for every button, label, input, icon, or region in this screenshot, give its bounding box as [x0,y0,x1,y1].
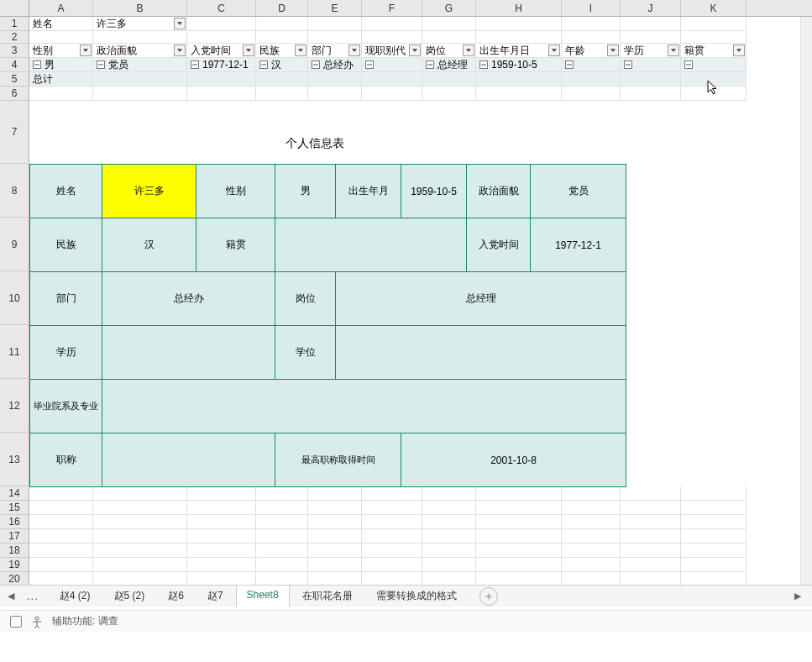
cell-E3[interactable]: 部门 [308,44,362,58]
row-header-19[interactable]: 19 [0,558,29,572]
cell-I19[interactable] [562,558,621,572]
cell-H7[interactable] [476,101,562,164]
row-header-7[interactable]: 7 [0,101,29,164]
cell-F7[interactable] [362,101,422,164]
filter-dropdown-4[interactable] [348,45,360,56]
cell-J13[interactable] [621,433,681,486]
tab-nav-prev[interactable]: ◀ [5,588,17,605]
cell-J6[interactable] [621,87,681,101]
cell-E2[interactable] [308,31,362,44]
cell-H17[interactable] [476,529,562,544]
cell-A3[interactable]: 性别 [29,44,93,58]
cell-K7[interactable] [681,101,747,164]
row-header-8[interactable]: 8 [0,164,29,218]
filter-dropdown-1[interactable] [174,45,186,56]
column-header-K[interactable]: K [681,0,747,16]
cell-C15[interactable] [187,501,256,515]
cell-C5[interactable] [187,72,256,87]
filter-dropdown-2[interactable] [243,45,254,56]
cell-H2[interactable] [476,31,562,44]
cell-B5[interactable] [93,72,187,87]
cell-D6[interactable] [256,87,308,101]
cell-F18[interactable] [362,544,422,558]
row-header-4[interactable]: 4 [0,58,29,72]
cell-E1[interactable] [308,17,362,31]
row-header-5[interactable]: 5 [0,72,29,87]
cell-J16[interactable] [621,515,681,529]
cell-C19[interactable] [187,558,256,572]
cell-A1[interactable]: 姓名 [29,17,93,31]
cell-J2[interactable] [621,31,681,44]
cell-E16[interactable] [308,515,362,529]
cell-E17[interactable] [308,529,362,544]
row-header-13[interactable]: 13 [0,433,29,486]
status-accessibility[interactable]: 辅助功能: 调查 [52,614,118,628]
sheet-tab-Sheet8[interactable]: Sheet8 [236,585,290,607]
cell-H14[interactable] [476,486,562,501]
collapse-button-J4[interactable] [624,60,632,69]
tab-nav-next[interactable]: ▶ [792,588,804,605]
collapse-button-I4[interactable] [565,60,574,69]
cell-I3[interactable]: 年龄 [562,44,621,58]
cell-C7[interactable] [187,101,256,164]
cell-K18[interactable] [681,544,747,558]
row-header-15[interactable]: 15 [0,501,29,515]
select-all-corner[interactable] [0,0,29,16]
sheet-tab-赵6[interactable]: 赵6 [157,585,195,607]
cell-E19[interactable] [308,558,362,572]
cell-I2[interactable] [562,31,621,44]
cell-A7[interactable] [29,101,93,164]
filter-dropdown-9[interactable] [668,45,679,56]
cell-K8[interactable] [681,164,747,218]
cell-J17[interactable] [621,529,681,544]
cell-G15[interactable] [422,501,476,515]
cell-K3[interactable]: 籍贯 [681,44,747,58]
row-header-14[interactable]: 14 [0,486,29,501]
filter-dropdown-0[interactable] [80,45,92,56]
cell-A14[interactable] [29,486,93,501]
cell-G19[interactable] [422,558,476,572]
collapse-button-F4[interactable] [365,60,374,69]
cell-C4[interactable]: 1977-12-1 [187,58,256,72]
cell-I1[interactable] [562,17,621,31]
cell-B3[interactable]: 政治面貌 [93,44,187,58]
cell-C3[interactable]: 入党时间 [187,44,256,58]
cell-J5[interactable] [621,72,681,87]
cell-C14[interactable] [187,486,256,501]
cell-B17[interactable] [93,529,187,544]
sheet-tab-赵5 (2)[interactable]: 赵5 (2) [103,585,156,607]
cell-B7[interactable] [93,101,187,164]
cell-J19[interactable] [621,558,681,572]
cell-E5[interactable] [308,72,362,87]
cell-D2[interactable] [256,31,308,44]
column-header-G[interactable]: G [422,0,476,16]
cell-E15[interactable] [308,501,362,515]
cell-I17[interactable] [562,529,621,544]
cell-F19[interactable] [362,558,422,572]
cell-G4[interactable]: 总经理 [422,58,476,72]
cell-D16[interactable] [256,515,308,529]
value-name[interactable]: 许三多 [102,165,196,218]
cell-C18[interactable] [187,544,256,558]
cell-F4[interactable] [362,58,422,72]
column-header-F[interactable]: F [362,0,422,16]
collapse-button-H4[interactable] [479,60,488,69]
cell-I18[interactable] [562,544,621,558]
cell-C17[interactable] [187,529,256,544]
cell-G5[interactable] [422,72,476,87]
cell-K11[interactable] [681,325,747,379]
cell-I16[interactable] [562,515,621,529]
cell-B1[interactable]: 许三多 [93,17,187,31]
cell-K14[interactable] [681,486,747,501]
cell-B14[interactable] [93,486,187,501]
row-header-2[interactable]: 2 [0,31,29,44]
filter-dropdown-8[interactable] [607,45,619,56]
cell-H1[interactable] [476,17,562,31]
cell-K4[interactable] [681,58,747,72]
column-header-A[interactable]: A [29,0,93,16]
filter-dropdown-5[interactable] [409,45,421,56]
collapse-button-G4[interactable] [426,60,434,69]
sheet-tab-赵4 (2)[interactable]: 赵4 (2) [49,585,102,607]
cell-H6[interactable] [476,87,562,101]
cell-H15[interactable] [476,501,562,515]
